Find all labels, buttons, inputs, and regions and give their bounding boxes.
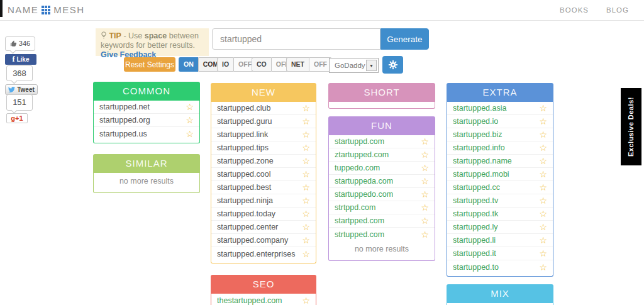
favorite-star-icon[interactable]: ☆ <box>539 130 547 139</box>
domain-row[interactable]: startupped.info ☆ <box>447 141 553 155</box>
domain-row[interactable]: startupped.link ☆ <box>211 128 316 141</box>
favorite-star-icon[interactable]: ☆ <box>302 223 310 231</box>
facebook-like-count: 346 <box>5 36 35 51</box>
domain-row[interactable]: startupped.it ☆ <box>447 247 553 260</box>
favorite-star-icon[interactable]: ☆ <box>539 157 547 165</box>
favorite-star-icon[interactable]: ☆ <box>302 296 310 305</box>
registrar-select[interactable]: GoDaddy ▼ <box>329 58 379 73</box>
domain-row[interactable]: startpped.com ☆ <box>329 214 435 228</box>
favorite-star-icon[interactable]: ☆ <box>302 130 310 139</box>
domain-row[interactable]: startuppd.com ☆ <box>329 135 435 148</box>
column-short-header: SHORT <box>328 83 435 102</box>
settings-button[interactable] <box>382 56 403 74</box>
reset-settings-button[interactable]: Reset Settings <box>124 57 175 72</box>
favorite-star-icon[interactable]: ☆ <box>421 164 429 172</box>
favorite-star-icon[interactable]: ☆ <box>302 157 310 165</box>
brand-logo[interactable]: NAME MESH <box>8 4 85 15</box>
keyword-search-input[interactable] <box>212 28 380 50</box>
domain-row[interactable]: startupped.biz ☆ <box>447 128 553 141</box>
domain-row[interactable]: startupped.center ☆ <box>211 221 316 234</box>
favorite-star-icon[interactable]: ☆ <box>186 130 194 138</box>
domain-row[interactable]: startupped.enterprises ☆ <box>211 247 316 260</box>
favorite-star-icon[interactable]: ☆ <box>421 203 429 212</box>
domain-row[interactable]: startupped.mobi ☆ <box>447 168 553 181</box>
favorite-star-icon[interactable]: ☆ <box>539 263 547 272</box>
domain-row[interactable]: startupped.zone ☆ <box>211 155 316 168</box>
domain-row[interactable]: startupped.tips ☆ <box>211 141 316 155</box>
favorite-star-icon[interactable]: ☆ <box>539 117 547 126</box>
favorite-star-icon[interactable]: ☆ <box>539 143 547 152</box>
favorite-star-icon[interactable]: ☆ <box>539 249 547 258</box>
domain-row[interactable]: startuppedo.com ☆ <box>329 188 435 201</box>
favorite-star-icon[interactable]: ☆ <box>421 137 429 146</box>
domain-name: startupped.li <box>453 236 496 245</box>
domain-row[interactable]: startupped.name ☆ <box>447 155 553 168</box>
domain-row[interactable]: startupped.ninja ☆ <box>211 194 316 208</box>
favorite-star-icon[interactable]: ☆ <box>539 183 547 192</box>
exclusive-deals-banner[interactable]: Exclusive Deals! <box>621 88 641 165</box>
domain-row[interactable]: ztartupped.com ☆ <box>329 148 435 162</box>
domain-row[interactable]: startupped.net ☆ <box>94 101 199 114</box>
domain-row[interactable]: startupped.asia ☆ <box>447 102 553 115</box>
favorite-star-icon[interactable]: ☆ <box>186 116 194 125</box>
domain-row[interactable]: startupped.club ☆ <box>211 102 316 115</box>
favorite-star-icon[interactable]: ☆ <box>539 236 547 245</box>
facebook-like-button[interactable]: f Like <box>5 54 36 65</box>
domain-row[interactable]: startupped.li ☆ <box>447 234 553 247</box>
favorite-star-icon[interactable]: ☆ <box>302 117 310 126</box>
domain-row[interactable]: startupped.cool ☆ <box>211 168 316 181</box>
domain-row[interactable]: startupped.guru ☆ <box>211 115 316 128</box>
column-mix-header: MIX <box>447 284 553 303</box>
domain-row[interactable]: startupped.tv ☆ <box>447 194 553 208</box>
favorite-star-icon[interactable]: ☆ <box>421 230 429 239</box>
favorite-star-icon[interactable]: ☆ <box>302 236 310 245</box>
favorite-star-icon[interactable]: ☆ <box>302 104 310 113</box>
favorite-star-icon[interactable]: ☆ <box>539 196 547 205</box>
domain-row[interactable]: strtupped.com ☆ <box>329 228 435 241</box>
favorite-star-icon[interactable]: ☆ <box>539 170 547 179</box>
favorite-star-icon[interactable]: ☆ <box>302 196 310 205</box>
google-plus-one-button[interactable]: g+1 <box>6 113 28 123</box>
toggle-io-label[interactable]: IO <box>217 57 233 72</box>
domain-row[interactable]: startupped.us ☆ <box>94 127 199 140</box>
domain-row[interactable]: startupped.io ☆ <box>447 115 553 128</box>
favorite-star-icon[interactable]: ☆ <box>421 177 429 186</box>
domain-name: startupped.name <box>453 157 512 165</box>
favorite-star-icon[interactable]: ☆ <box>421 216 429 225</box>
domain-row[interactable]: startupped.org ☆ <box>94 114 199 127</box>
favorite-star-icon[interactable]: ☆ <box>539 223 547 231</box>
domain-row[interactable]: thestartupped.com ☆ <box>211 294 316 305</box>
toggle-com-state[interactable]: ON <box>179 57 198 72</box>
favorite-star-icon[interactable]: ☆ <box>421 190 429 199</box>
toggle-co-label[interactable]: CO <box>252 57 271 72</box>
domain-row[interactable]: startupped.company ☆ <box>211 234 316 247</box>
column-extra-header: EXTRA <box>447 83 553 102</box>
domain-row[interactable]: strtppd.com ☆ <box>329 201 435 214</box>
favorite-star-icon[interactable]: ☆ <box>539 209 547 218</box>
favorite-star-icon[interactable]: ☆ <box>186 103 194 111</box>
favorite-star-icon[interactable]: ☆ <box>302 170 310 179</box>
domain-row[interactable]: startupped.ly ☆ <box>447 221 553 234</box>
nav-blog[interactable]: BLOG <box>606 6 629 14</box>
domain-row[interactable]: startuppeda.com ☆ <box>329 175 435 188</box>
toggle-io[interactable]: IO OFF <box>217 57 257 72</box>
domain-row[interactable]: startupped.today ☆ <box>211 208 316 221</box>
domain-row[interactable]: startupped.to ☆ <box>447 260 553 274</box>
favorite-star-icon[interactable]: ☆ <box>421 150 429 159</box>
domain-row[interactable]: tuppedo.com ☆ <box>329 162 435 175</box>
favorite-star-icon[interactable]: ☆ <box>302 250 310 258</box>
nav-books[interactable]: BOOKS <box>560 6 589 14</box>
domain-row[interactable]: startupped.best ☆ <box>211 181 316 194</box>
domain-name: startupped.org <box>99 116 150 125</box>
toggle-net[interactable]: NET OFF <box>286 57 332 72</box>
generate-button[interactable]: Generate <box>380 28 429 50</box>
favorite-star-icon[interactable]: ☆ <box>302 209 310 218</box>
favorite-star-icon[interactable]: ☆ <box>302 143 310 152</box>
domain-row[interactable]: startupped.tk ☆ <box>447 208 553 221</box>
tweet-button[interactable]: Tweet <box>5 84 38 95</box>
favorite-star-icon[interactable]: ☆ <box>302 183 310 192</box>
domain-name: startupped.info <box>453 143 505 152</box>
domain-row[interactable]: startupped.cc ☆ <box>447 181 553 194</box>
toggle-net-label[interactable]: NET <box>286 57 309 72</box>
favorite-star-icon[interactable]: ☆ <box>539 104 547 113</box>
